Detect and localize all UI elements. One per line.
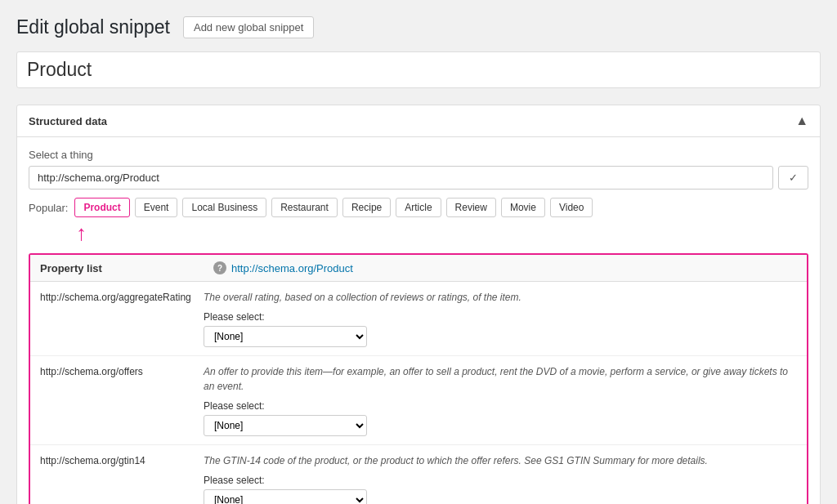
- schema-input-row: ✓: [29, 166, 808, 190]
- prop-name-gtin14: http://schema.org/gtin14: [40, 453, 204, 466]
- prop-desc-offers: An offer to provide this item—for exampl…: [204, 364, 797, 394]
- property-table: Property list ? http://schema.org/Produc…: [29, 253, 808, 504]
- popular-btn-event[interactable]: Event: [135, 198, 178, 217]
- structured-data-section: Structured data ▲ Select a thing ✓ Popul…: [16, 105, 821, 504]
- prop-select-label-2: Please select:: [204, 400, 797, 412]
- popular-row: Popular: Product Event Local Business Re…: [29, 198, 808, 217]
- property-row-offers: http://schema.org/offers An offer to pro…: [30, 356, 807, 445]
- select-thing-label: Select a thing: [29, 149, 808, 161]
- popular-label: Popular:: [29, 202, 68, 214]
- popular-btn-review[interactable]: Review: [446, 198, 496, 217]
- property-row-gtin14: http://schema.org/gtin14 The GTIN-14 cod…: [30, 445, 807, 504]
- popular-btn-product[interactable]: Product: [74, 198, 129, 217]
- snippet-name-input[interactable]: [16, 51, 821, 88]
- prop-select-gtin14[interactable]: [None]: [204, 489, 367, 504]
- page-header: Edit global snippet Add new global snipp…: [16, 16, 821, 38]
- arrow-indicator: ↑: [76, 222, 87, 243]
- prop-name-aggregate-rating: http://schema.org/aggregateRating: [40, 290, 204, 303]
- property-list-col-label: Property list: [40, 262, 204, 274]
- popular-btn-article[interactable]: Article: [396, 198, 441, 217]
- property-table-header: Property list ? http://schema.org/Produc…: [30, 255, 807, 282]
- property-schema-link-col: ? http://schema.org/Product: [213, 261, 353, 274]
- prop-desc-aggregate-rating: The overall rating, based on a collectio…: [204, 290, 797, 305]
- prop-details-offers: An offer to provide this item—for exampl…: [204, 364, 797, 436]
- prop-select-label-1: Please select:: [204, 311, 797, 323]
- schema-url-input[interactable]: [29, 166, 773, 190]
- page-title: Edit global snippet: [16, 16, 170, 38]
- schema-check-button[interactable]: ✓: [778, 166, 808, 190]
- prop-select-label-3: Please select:: [204, 475, 797, 486]
- prop-details-gtin14: The GTIN-14 code of the product, or the …: [204, 453, 797, 504]
- popular-btn-recipe[interactable]: Recipe: [342, 198, 391, 217]
- popular-btn-movie[interactable]: Movie: [501, 198, 545, 217]
- prop-details-aggregate-rating: The overall rating, based on a collectio…: [204, 290, 797, 347]
- prop-desc-gtin14: The GTIN-14 code of the product, or the …: [204, 453, 797, 468]
- popular-btn-local-business[interactable]: Local Business: [182, 198, 266, 217]
- section-title: Structured data: [29, 115, 107, 127]
- section-body: Select a thing ✓ Popular: Product Event …: [17, 137, 820, 504]
- collapse-button[interactable]: ▲: [795, 114, 808, 128]
- property-row-aggregate-rating: http://schema.org/aggregateRating The ov…: [30, 282, 807, 356]
- prop-name-offers: http://schema.org/offers: [40, 364, 204, 377]
- prop-select-aggregate-rating[interactable]: [None]: [204, 326, 367, 347]
- schema-product-link[interactable]: http://schema.org/Product: [231, 262, 353, 274]
- add-new-button[interactable]: Add new global snippet: [183, 16, 314, 38]
- popular-btn-restaurant[interactable]: Restaurant: [271, 198, 338, 217]
- help-icon: ?: [213, 261, 226, 274]
- section-header: Structured data ▲: [17, 105, 820, 137]
- prop-select-offers[interactable]: [None]: [204, 415, 367, 436]
- popular-btn-video[interactable]: Video: [550, 198, 593, 217]
